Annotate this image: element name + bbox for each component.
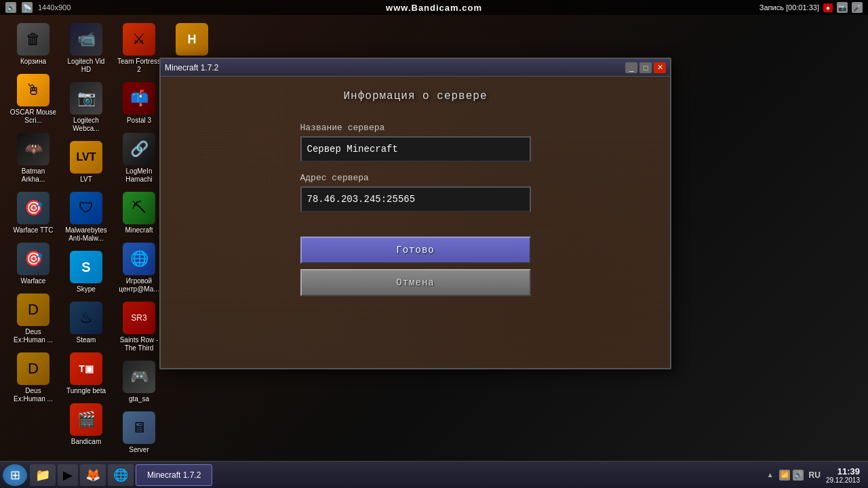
taskbar-mc[interactable]: Minecraft 1.7.2	[136, 464, 212, 486]
trash-icon: 🗑	[17, 23, 50, 56]
logmein-icon: 🔗	[123, 133, 155, 165]
lvt-label: LVT	[80, 176, 92, 184]
desktop-icon-gta[interactable]: 🎮 gta_sa	[113, 357, 165, 407]
taskbar-media[interactable]: ▶	[58, 464, 78, 486]
malware-label: Malwarebytes Anti-Malw...	[62, 226, 110, 243]
desktop-icon-tf2[interactable]: ⚔ Team Fortress 2	[113, 19, 165, 78]
desktop-icons-area: 🗑 Корзина 🖱 OSCAR Mouse Scri... 🦇 Batman…	[7, 19, 170, 460]
igrovoy-label: Игровой центр@Ма...	[115, 277, 163, 293]
maximize-button[interactable]: □	[639, 62, 652, 73]
taskbar-right: ▲ 📶 🔊 RU 11:39 29.12.2013	[767, 466, 865, 484]
desktop-icon-oscar[interactable]: 🖱 OSCAR Mouse Scri...	[7, 70, 60, 129]
server-label: Server	[129, 446, 149, 454]
warface-ttc-label: Warface TTC	[14, 226, 54, 235]
tray-vol: 🔊	[793, 470, 804, 481]
desktop-icon-skype[interactable]: S Skype	[60, 247, 113, 298]
minecraft-dialog: Minecraft 1.7.2 _ □ ✕ Информация о серве…	[159, 58, 671, 369]
desktop-icon-steam[interactable]: ♨ Steam	[60, 298, 113, 348]
gta-label: gta_sa	[129, 395, 149, 403]
desktop: 🔊 📡 1440x900 www.Bandicam.com Запись [00…	[0, 0, 868, 488]
warface-label: Warface	[21, 277, 46, 285]
tray-net: 📶	[779, 470, 790, 481]
tray-icon-1: 🔊	[5, 2, 16, 13]
logmein-label: LogMeIn Hamachi	[115, 167, 163, 184]
desktop-icon-logitech-web[interactable]: 📷 Logitech Webca...	[60, 78, 113, 137]
minimize-button[interactable]: _	[625, 62, 637, 73]
server-address-input[interactable]	[300, 186, 531, 212]
server-name-input[interactable]	[300, 136, 531, 162]
resolution-text: 1440x900	[38, 3, 71, 12]
oscar-icon: 🖱	[17, 74, 50, 106]
language-indicator[interactable]: RU	[809, 470, 821, 480]
logitech-web-icon: 📷	[70, 82, 102, 115]
warface-ttc-icon: 🎯	[17, 192, 50, 224]
dialog-title: Minecraft 1.7.2	[165, 63, 218, 73]
close-button[interactable]: ✕	[654, 62, 666, 73]
taskbar: ⊞ 📁 ▶ 🦊 🌐 Minecraft 1.7.2 ▲ 📶 🔊 RU 11:39…	[0, 461, 868, 488]
desktop-icon-logitech-vid[interactable]: 📹 Logitech Vid HD	[60, 19, 113, 78]
top-bar: 🔊 📡 1440x900 www.Bandicam.com Запись [00…	[0, 0, 868, 15]
desktop-icon-bandicam[interactable]: 🎬 Bandicam	[60, 399, 113, 450]
minecraft-icon: ⛏	[123, 192, 155, 224]
taskbar-firefox[interactable]: 🦊	[80, 464, 106, 486]
desktop-icon-igrovoy[interactable]: 🌐 Игровой центр@Ма...	[113, 239, 165, 298]
batman-icon: 🦇	[17, 133, 50, 165]
lvt-icon: LVT	[70, 141, 102, 174]
record-indicator[interactable]: ●	[823, 3, 833, 12]
bandicam-label: Bandicam	[71, 438, 101, 446]
desktop-icon-deus2[interactable]: D Deus Ex:Human ...	[7, 348, 60, 407]
notification-expand[interactable]: ▲	[767, 471, 774, 479]
skype-icon: S	[70, 251, 102, 283]
desktop-icon-minecraft[interactable]: ⛏ Minecraft	[113, 188, 165, 239]
desktop-icon-batman[interactable]: 🦇 Batman Arkha...	[7, 129, 60, 188]
tf2-label: Team Fortress 2	[115, 58, 163, 74]
postal-label: Postal 3	[127, 117, 151, 125]
desktop-icon-warface[interactable]: 🎯 Warface	[7, 239, 60, 289]
taskbar-chrome[interactable]: 🌐	[108, 464, 134, 486]
taskbar-items: 📁 ▶ 🦊 🌐 Minecraft 1.7.2	[30, 464, 767, 486]
dialog-heading: Информация о сервере	[343, 90, 487, 102]
tray-icon-2: 📡	[22, 2, 33, 13]
top-bar-left: 🔊 📡 1440x900	[5, 2, 71, 13]
desktop-icon-tunngle[interactable]: T▣ Tunngle beta	[60, 348, 113, 399]
oscar-label: OSCAR Mouse Scri...	[9, 108, 57, 125]
skype-label: Skype	[77, 285, 96, 293]
malware-icon: 🛡	[70, 192, 102, 224]
aim-icon: H	[176, 23, 208, 56]
cancel-button[interactable]: Отмена	[300, 269, 531, 296]
server-icon: 🖥	[123, 411, 155, 444]
desktop-icon-trash[interactable]: 🗑 Корзина	[7, 19, 60, 70]
start-button[interactable]: ⊞	[3, 464, 27, 486]
desktop-icon-lvt[interactable]: LVT LVT	[60, 137, 113, 188]
steam-label: Steam	[77, 336, 96, 344]
deus2-label: Deus Ex:Human ...	[9, 387, 57, 403]
server-address-label: Адрес сервера	[300, 173, 531, 183]
dialog-titlebar: Minecraft 1.7.2 _ □ ✕	[161, 59, 670, 77]
desktop-icon-malware[interactable]: 🛡 Malwarebytes Anti-Malw...	[60, 188, 113, 247]
deus2-icon: D	[17, 352, 50, 385]
dialog-controls: _ □ ✕	[625, 62, 666, 73]
desktop-icon-logmein[interactable]: 🔗 LogMeIn Hamachi	[113, 129, 165, 188]
steam-icon: ♨	[70, 302, 102, 334]
desktop-icon-warface-ttc[interactable]: 🎯 Warface TTC	[7, 188, 60, 239]
saints-label: Saints Row - The Third	[115, 336, 163, 352]
desktop-icon-postal[interactable]: 📫 Postal 3	[113, 78, 165, 129]
gta-icon: 🎮	[123, 361, 155, 393]
desktop-icon-saints[interactable]: SR3 Saints Row - The Third	[113, 298, 165, 357]
confirm-button[interactable]: Готово	[300, 237, 531, 264]
mic-icon: 🎤	[852, 2, 863, 13]
desktop-icon-deus1[interactable]: D Deus Ex:Human ...	[7, 289, 60, 348]
server-name-group: Название сервера	[300, 123, 531, 162]
tunngle-label: Tunngle beta	[66, 387, 106, 395]
taskbar-explorer[interactable]: 📁	[30, 464, 56, 486]
buttons-area: Готово Отмена	[300, 237, 531, 302]
minecraft-label: Minecraft	[125, 226, 153, 235]
desktop-icon-server[interactable]: 🖥 Server	[113, 407, 165, 458]
server-name-label: Название сервера	[300, 123, 531, 133]
trash-label: Корзина	[20, 58, 46, 66]
deus1-label: Deus Ex:Human ...	[9, 328, 57, 344]
top-bar-right: Запись [00:01:33] ● 📷 🎤	[760, 2, 863, 13]
logitech-vid-icon: 📹	[70, 23, 102, 56]
dialog-content: Информация о сервере Название сервера Ад…	[161, 77, 670, 368]
server-address-group: Адрес сервера	[300, 173, 531, 212]
